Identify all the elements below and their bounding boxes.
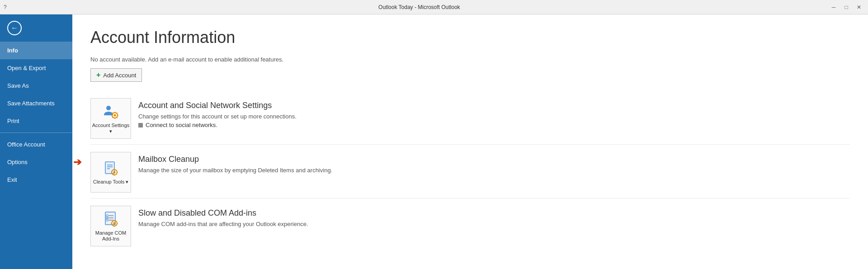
- sidebar-item-print[interactable]: Print: [0, 112, 72, 130]
- title-bar: ? Outlook Today - Microsoft Outlook ─ □ …: [0, 0, 868, 14]
- window-controls: ─ □ ✕: [828, 3, 864, 12]
- cleanup-tools-desc: Manage the size of your mailbox by empty…: [138, 167, 850, 174]
- window-title: Outlook Today - Microsoft Outlook: [10, 4, 828, 10]
- minimize-button[interactable]: ─: [828, 3, 839, 12]
- sidebar-divider: [0, 132, 72, 133]
- svg-point-29: [113, 222, 116, 224]
- social-networks-link[interactable]: Connect to social networks.: [138, 122, 850, 128]
- manage-com-addins-icon-box[interactable]: Manage COM Add-Ins: [90, 206, 131, 246]
- manage-com-addins-card: Manage COM Add-Ins Slow and Disabled COM…: [90, 200, 850, 252]
- sidebar-item-office-account[interactable]: Office Account: [0, 136, 72, 153]
- manage-com-addins-title: Slow and Disabled COM Add-ins: [138, 208, 850, 218]
- options-arrow-indicator: ➔: [73, 156, 81, 168]
- back-button[interactable]: ←: [0, 14, 72, 42]
- svg-point-2: [114, 114, 116, 116]
- add-account-button[interactable]: + Add Account: [90, 68, 142, 82]
- manage-com-addins-desc: Manage COM add-ins that are affecting yo…: [138, 221, 850, 227]
- manage-com-addins-icon-label: Manage COM Add-Ins: [91, 230, 131, 242]
- close-button[interactable]: ✕: [854, 3, 864, 12]
- svg-point-16: [113, 171, 116, 174]
- account-settings-title: Account and Social Network Settings: [138, 101, 850, 110]
- cleanup-tools-icon: [102, 159, 120, 177]
- account-settings-icon-label: Account Settings ▾: [91, 123, 131, 134]
- account-settings-content: Account and Social Network Settings Chan…: [138, 98, 850, 128]
- sidebar-item-save-attachments[interactable]: Save Attachments: [0, 94, 72, 112]
- sidebar-item-save-as[interactable]: Save As: [0, 77, 72, 94]
- cleanup-tools-title: Mailbox Cleanup: [138, 155, 850, 164]
- maximize-button[interactable]: □: [841, 3, 852, 12]
- account-settings-icon-box[interactable]: Account Settings ▾: [90, 98, 131, 139]
- svg-rect-11: [105, 162, 114, 174]
- account-settings-desc: Change settings for this account or set …: [138, 113, 850, 120]
- cleanup-tools-card: Cleanup Tools ▾ Mailbox Cleanup Manage t…: [90, 146, 850, 198]
- main-container: ← Info Open & Export Save As Save Attach…: [0, 14, 868, 269]
- cleanup-tools-icon-box[interactable]: Cleanup Tools ▾: [90, 152, 131, 193]
- content-area: Account Information No account available…: [72, 14, 868, 269]
- sidebar-item-exit[interactable]: Exit: [0, 171, 72, 189]
- add-account-plus-icon: +: [96, 71, 100, 79]
- account-settings-card: Account Settings ▾ Account and Social Ne…: [90, 93, 850, 145]
- info-cards: Account Settings ▾ Account and Social Ne…: [90, 93, 850, 252]
- cleanup-tools-icon-label: Cleanup Tools ▾: [93, 179, 129, 185]
- page-title: Account Information: [90, 28, 850, 47]
- back-arrow-icon: ←: [11, 24, 18, 32]
- cleanup-tools-content: Mailbox Cleanup Manage the size of your …: [138, 152, 850, 175]
- no-account-text: No account available. Add an e-mail acco…: [90, 56, 850, 63]
- account-settings-icon: [102, 103, 120, 121]
- back-circle-icon: ←: [7, 21, 22, 35]
- manage-com-addins-content: Slow and Disabled COM Add-ins Manage COM…: [138, 206, 850, 229]
- social-networks-link-text: Connect to social networks.: [146, 122, 217, 128]
- sidebar-item-info[interactable]: Info: [0, 42, 72, 59]
- link-square-icon: [138, 123, 143, 127]
- svg-point-0: [106, 106, 111, 110]
- add-account-label: Add Account: [103, 72, 136, 79]
- sidebar-item-open-export[interactable]: Open & Export: [0, 59, 72, 77]
- sidebar-item-options[interactable]: Options ➔: [0, 153, 72, 171]
- sidebar: ← Info Open & Export Save As Save Attach…: [0, 14, 72, 269]
- help-icon[interactable]: ?: [4, 4, 7, 10]
- manage-com-addins-icon: [102, 210, 120, 228]
